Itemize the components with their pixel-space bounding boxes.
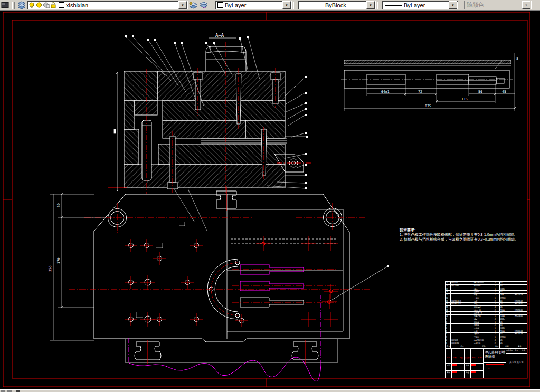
technical-requirements-title: 技术要求: <box>400 227 533 232</box>
cad-application-window: { "toolbar": { "layer_name": "xishixian"… <box>0 0 540 392</box>
title-block-name-area: 冲孔落料切断级进模 1:1 <box>484 349 506 378</box>
dim-plan-50: 50 <box>56 203 61 207</box>
weight-label: 质量 <box>513 349 520 353</box>
limit-posts <box>135 191 318 360</box>
section-label: A—A <box>215 33 224 38</box>
dim-plan-355: 355 <box>48 265 52 272</box>
dim-64: 64±1 <box>381 90 390 94</box>
dim-50: 50 <box>478 90 482 94</box>
punch-profiles <box>240 265 304 291</box>
section-view[interactable]: A—A <box>108 33 312 231</box>
technical-requirements-line1: 1. 冲孔凸模工作部分按凹模修配，保证两侧共有0.8-1.0mm的均匀间隙。 <box>400 232 533 237</box>
scale-value: 1:1 <box>484 367 495 378</box>
break-line <box>129 295 321 381</box>
scale-label: 比例 <box>520 349 527 353</box>
strip-layout-view[interactable]: 64±1 72 50 45 115 875 8 <box>341 53 518 111</box>
parts-list-table: 序号代号名称数量材料备注 1GB119-86销12×902452GB70-85螺… <box>445 281 527 348</box>
title-block-scale-area: 阶段标记 质量 比例 共 1 张 第 1 张 <box>506 349 527 378</box>
dim-8: 8 <box>516 56 518 61</box>
title-block: 标记处数分区更改文件号签名年月日 设计校核 审核批准 冲孔落料切断级进模 1:1… <box>445 348 527 378</box>
bolt-holes <box>125 236 338 327</box>
bottom-toolbar-sliver <box>0 389 540 392</box>
title-block-revision-area: 标记处数分区更改文件号签名年月日 设计校核 审核批准 <box>446 349 484 378</box>
plan-view[interactable]: 50 170 355 <box>48 187 389 381</box>
dim-plan-170: 170 <box>56 257 61 264</box>
dim-72: 72 <box>418 90 422 94</box>
dim-45: 45 <box>502 90 506 94</box>
stage-label: 阶段标记 <box>506 349 513 353</box>
technical-requirements: 技术要求: 1. 冲孔凸模工作部分按凹模修配，保证两侧共有0.8-1.0mm的均… <box>400 227 533 242</box>
parts-list-header: 序号代号名称数量材料备注 <box>446 345 527 348</box>
revision-header-row: 标记处数分区更改文件号签名年月日 <box>446 356 483 364</box>
drawing-title: 冲孔落料切断级进模 <box>484 349 506 363</box>
dim-115: 115 <box>461 97 468 101</box>
sheet-count: 共 1 张 第 1 张 <box>506 359 527 378</box>
technical-requirements-line2: 2. 切断凸模与挡料板贴合后，与凹模之间保证有0.2~0.3mm的均匀间隙。 <box>400 237 533 242</box>
dim-875: 875 <box>425 104 431 108</box>
